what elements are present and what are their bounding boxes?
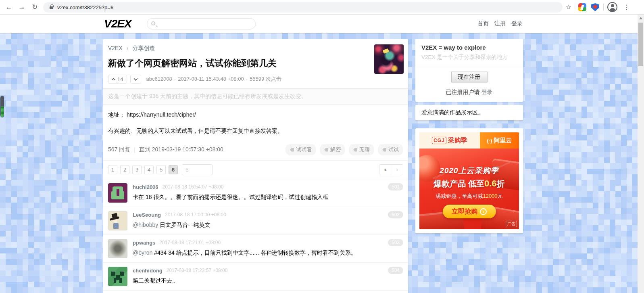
v2ex-logo[interactable]: V2EX <box>104 17 131 30</box>
reply-time: 2017-08-18 17:21:01 +08:00 <box>159 240 221 245</box>
tag-icon <box>382 148 386 152</box>
reply-username[interactable]: ppwangs <box>133 240 155 246</box>
page-2[interactable]: 2 <box>120 165 129 174</box>
page-6-active[interactable]: 6 <box>169 165 178 174</box>
mention-link[interactable]: @hibobby <box>133 222 158 228</box>
ad-cta-button[interactable]: 立即抢购 › <box>443 205 496 218</box>
topic-posted-at: 2017-08-11 15:43:48 +08:00 <box>178 76 244 82</box>
page-jump-input[interactable] <box>182 164 213 175</box>
topic-address-link[interactable]: https://harrynull.tech/cipher/ <box>127 111 196 118</box>
tag-2[interactable]: 解密 <box>320 144 345 155</box>
page-scrollbar <box>638 15 644 293</box>
url-text[interactable]: v2ex.com/t/382225?p=6 <box>57 4 113 10</box>
reply-number-badge: 504 <box>388 267 403 274</box>
sidebar-showcase-card: 爱意满满的作品展示区。 <box>415 105 523 120</box>
reply-number-badge: 503 <box>388 239 403 246</box>
reply-text: 卡在 18 很久。。看了前面的提示还是很迷。。试过翻译密码，试过创建输入框 <box>133 193 403 201</box>
showcase-prefix: 爱意满满的 <box>421 109 450 115</box>
reply-count: 567 回复 <box>108 146 130 153</box>
reply-row: LeeSeoung 2017-08-18 17:00:00 +08:00 502… <box>103 207 408 235</box>
tag-1[interactable]: 试试看 <box>286 144 316 155</box>
ad-brand-right: (-) 阿里云 <box>480 132 519 149</box>
topic-card: V2EX › 分享创造 新做了个网页解密网站，试试你能到第几关 14 abc61… <box>103 39 408 143</box>
browser-menu-icon[interactable]: ⋮ <box>621 2 632 13</box>
downvote-icon <box>134 77 138 81</box>
registered-user-text: 已注册用户请 <box>446 89 480 95</box>
reply-time: 2017-08-18 17:00:00 +08:00 <box>165 212 226 218</box>
tag-icon <box>353 148 357 152</box>
reply-username[interactable]: chenhidong <box>133 268 163 274</box>
showcase-link[interactable]: 作品展示区 <box>450 109 478 115</box>
prev-page-button[interactable]: ‹ <box>379 165 391 175</box>
next-page-button[interactable]: › <box>391 165 403 175</box>
aliyun-ad-banner[interactable]: CGJ 采购季 (-) 阿里云 2020上云采购季 爆款产品 低至0.6折 满减… <box>419 132 519 229</box>
topic-meta: abc612008·2017-08-11 15:43:48 +08:00·555… <box>146 75 281 83</box>
topic-author-avatar[interactable] <box>374 44 404 74</box>
slogan-subtitle: V2EX 是一个关于分享和探索的地方 <box>421 54 517 61</box>
reply-avatar[interactable] <box>108 267 127 286</box>
breadcrumb-separator: › <box>127 45 129 51</box>
login-link[interactable]: 登录 <box>481 89 493 95</box>
reply-until: 直到 2019-03-19 10:57:30 +08:00 <box>139 146 223 153</box>
browser-reload-icon[interactable]: ↻ <box>29 2 40 13</box>
reply-avatar[interactable] <box>108 183 127 203</box>
reply-text: @hibobby日文罗马音- -纯英文 <box>133 221 403 229</box>
shield-extension-icon[interactable] <box>591 3 599 11</box>
reply-time: 2017-08-18 16:54:07 +08:00 <box>163 184 224 190</box>
register-now-button[interactable]: 现在注册 <box>451 71 488 83</box>
breadcrumb-root[interactable]: V2EX <box>108 45 123 51</box>
page-4[interactable]: 4 <box>144 165 154 174</box>
ad-body: 2020上云采购季 爆款产品 低至0.6折 满减钜惠，至高可减12000元 立即… <box>419 149 519 229</box>
downvote-button[interactable] <box>130 75 141 84</box>
browser-toolbar: ← → ↻ v2ex.com/t/382225?p=6 ☆ ⋮ <box>0 0 644 15</box>
edge-extension-handle[interactable] <box>0 96 4 117</box>
divider <box>415 66 523 66</box>
ad-brand-left: CGJ 采购季 <box>419 132 480 149</box>
page-1[interactable]: 1 <box>108 165 117 174</box>
reply-row: huchi2006 2017-08-18 16:54:07 +08:00 501… <box>103 179 408 207</box>
ad-subline: 爆款产品 低至0.6折 <box>419 178 519 189</box>
replies-card: 567 回复 | 直到 2019-03-19 10:57:30 +08:00 试… <box>103 139 408 293</box>
aliyun-logo-icon: (-) <box>487 138 492 144</box>
ad-detail-line: 满减钜惠，至高可减12000元 <box>419 193 519 200</box>
reply-text: @byron#434 34 给点提示，目前只找到中文字...... 各种进制转换… <box>133 249 403 257</box>
sidebar-ad-card[interactable]: CGJ 采购季 (-) 阿里云 2020上云采购季 爆款产品 低至0.6折 满减… <box>415 128 523 233</box>
page-3[interactable]: 3 <box>132 165 142 174</box>
address-bar[interactable]: v2ex.com/t/382225?p=6 <box>43 2 563 13</box>
nav-home[interactable]: 首页 <box>477 20 489 27</box>
scrollbar-up-arrow[interactable] <box>639 17 642 19</box>
reply-avatar[interactable] <box>108 211 127 230</box>
search-input[interactable] <box>147 18 256 29</box>
tag-4[interactable]: 试试 <box>378 144 403 155</box>
reply-number-badge: 502 <box>388 211 403 218</box>
reply-row-partial <box>103 291 408 293</box>
topic-author[interactable]: abc612008 <box>146 76 172 82</box>
tag-3[interactable]: 无聊 <box>349 144 374 155</box>
nav-login[interactable]: 登录 <box>511 20 523 27</box>
breadcrumb-node[interactable]: 分享创造 <box>132 45 155 51</box>
ad-label: 广告 <box>506 221 517 227</box>
site-header: V2EX 首页 注册 登录 <box>0 15 638 33</box>
browser-profile-icon[interactable] <box>607 2 617 12</box>
mention-link[interactable]: @byron <box>133 249 152 256</box>
browser-back-icon[interactable]: ← <box>3 2 15 13</box>
reply-username[interactable]: huchi2006 <box>133 184 158 190</box>
upvote-count: 14 <box>117 76 123 82</box>
ad-headline: 2020上云采购季 <box>419 165 519 176</box>
nav-register[interactable]: 注册 <box>494 20 506 27</box>
bookmark-star-icon[interactable]: ☆ <box>563 2 574 13</box>
browser-forward-icon[interactable]: → <box>16 2 27 13</box>
slogan-title: V2EX = way to explore <box>421 44 517 51</box>
topic-clicks: 55599 次点击 <box>250 76 281 82</box>
procurement-season-logo: CGJ <box>432 137 446 144</box>
extension-icon[interactable] <box>578 3 586 11</box>
reply-text: 第二关都过不去.. <box>133 277 403 285</box>
tag-icon <box>324 148 328 152</box>
search-icon <box>151 21 155 25</box>
scrollbar-thumb[interactable] <box>638 23 643 66</box>
toolbar-separator <box>603 4 604 11</box>
page-5[interactable]: 5 <box>156 165 166 174</box>
reply-username[interactable]: LeeSeoung <box>133 212 161 218</box>
reply-avatar[interactable] <box>108 239 127 258</box>
upvote-button[interactable]: 14 <box>108 75 127 84</box>
